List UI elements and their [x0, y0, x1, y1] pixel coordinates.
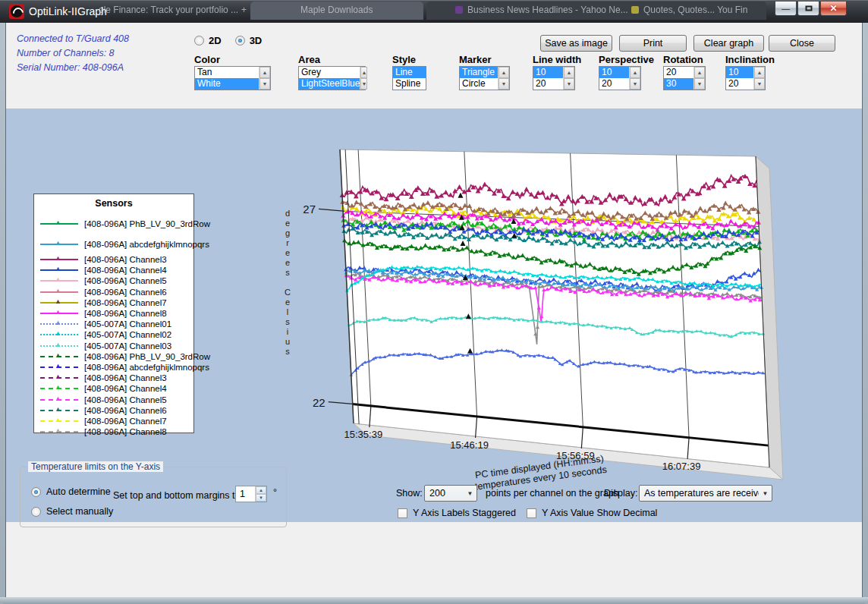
show-points-value: 200: [425, 488, 464, 499]
legend-triangle-marker-icon: ▲: [55, 239, 61, 247]
scroll-down-icon[interactable]: ▼: [360, 78, 367, 90]
maximize-button[interactable]: [797, 2, 819, 16]
legend-triangle-marker-icon: ▲: [55, 254, 61, 262]
listbox-option[interactable]: Circle: [460, 78, 498, 90]
legend-triangle-marker-icon: ▲: [55, 319, 61, 326]
x-tick-label: 15:35:39: [344, 429, 383, 440]
scroll-up-icon[interactable]: ▲: [630, 67, 640, 78]
client-area: Connected to T/Guard 408 Number of Chann…: [6, 23, 862, 597]
close-window-button[interactable]: ✕: [820, 2, 847, 16]
listbox-style[interactable]: LineSpline: [392, 66, 426, 90]
scroll-down-icon[interactable]: ▼: [498, 78, 509, 90]
control-label-perspective: Perspective: [599, 54, 654, 65]
legend-triangle-marker-icon: ▲: [55, 426, 61, 434]
window-frame-right: [862, 23, 868, 604]
listbox-line-width[interactable]: 1020▲▼: [533, 66, 575, 90]
listbox-option[interactable]: 20: [599, 78, 629, 90]
radio-auto-determine[interactable]: [31, 487, 41, 497]
application-window: OptiLink-II Graph gle Finance: Track you…: [0, 0, 868, 604]
legend-entry: ▲[408-096A] abcdefghijklmnopqrs: [34, 234, 193, 254]
radio-3d[interactable]: [235, 36, 245, 46]
listbox-option[interactable]: 10: [599, 67, 629, 78]
legend-entry: ▲[408-096A] Channel6: [34, 287, 193, 297]
app-icon: [9, 4, 24, 19]
legend-triangle-marker-icon: ▲: [55, 287, 61, 294]
listbox-option[interactable]: Line: [393, 67, 426, 78]
listbox-area[interactable]: GreyLightSteelBlue▲▼: [298, 66, 366, 90]
listbox-perspective[interactable]: 1020▲▼: [599, 66, 641, 90]
listbox-option[interactable]: 20: [726, 78, 753, 90]
legend-triangle-marker-icon: ▲: [55, 383, 61, 391]
background-browser-tab: Business News Headlines - Yahoo Ne...: [455, 5, 628, 18]
scroll-down-icon[interactable]: ▼: [564, 78, 574, 90]
legend-entry: ▲[408-096A] PhB_LV_90_3rdRow: [34, 351, 193, 362]
radio-select-manually[interactable]: [31, 507, 41, 517]
legend-triangle-marker-icon: ▲: [55, 416, 61, 423]
dimension-radio-group: 2D 3D: [194, 35, 262, 46]
tab-favicon-icon: [455, 6, 463, 14]
legend-triangle-marker-icon: ▲: [55, 373, 61, 380]
listbox-option[interactable]: White: [195, 78, 259, 90]
x-tick-label: 15:46:19: [450, 439, 489, 451]
listbox-color[interactable]: TanWhite▲▼: [194, 66, 271, 90]
scroll-down-icon[interactable]: ▼: [694, 78, 705, 90]
listbox-inclination[interactable]: 1020▲▼: [725, 66, 766, 90]
listbox-option[interactable]: 20: [664, 67, 693, 78]
legend-entry-label: [405-007A] Channel01: [84, 319, 171, 329]
legend-entry: ▲[408-096A] Channel3: [34, 373, 193, 383]
legend-triangle-marker-icon: ▲: [55, 395, 61, 402]
listbox-option[interactable]: 10: [726, 67, 753, 78]
listbox-option[interactable]: 10: [533, 67, 563, 78]
legend-entry: ▲[408-096A] PhB_LV_90_3rdRow: [34, 213, 193, 234]
legend-entry-label: [408-096A] Channel6: [84, 406, 167, 415]
connection-line: Number of Channels: 8: [17, 46, 129, 61]
checkbox-y-axis-decimal[interactable]: [527, 508, 536, 518]
listbox-option[interactable]: Triangle: [460, 67, 498, 78]
display-label: Display:: [604, 488, 637, 499]
title-bar[interactable]: OptiLink-II Graph gle Finance: Track you…: [0, 0, 868, 23]
listbox-option[interactable]: Tan: [195, 67, 259, 78]
listbox-option[interactable]: 30: [664, 78, 693, 90]
y-tick: [319, 209, 345, 211]
listbox-option[interactable]: Spline: [393, 78, 426, 90]
scroll-up-icon[interactable]: ▲: [564, 67, 574, 78]
scroll-up-icon[interactable]: ▲: [694, 67, 705, 78]
listbox-option[interactable]: LightSteelBlue: [299, 78, 360, 90]
scroll-down-icon[interactable]: ▼: [259, 78, 270, 90]
graph-panel: 15:35:3915:46:1915:56:5916:07:392722PC t…: [6, 109, 862, 522]
control-label-marker: Marker: [459, 54, 492, 65]
display-mode-value: As temperatures are received: [640, 488, 759, 499]
legend-triangle-marker-icon: ▲: [55, 275, 61, 283]
legend-entry: ▲[408-096A] Channel8: [34, 426, 193, 437]
legend-entry: ▲[408-096A] Channel7: [34, 297, 193, 308]
display-mode-dropdown[interactable]: As temperatures are received ▼: [639, 485, 772, 502]
margin-spinner[interactable]: 1 ▲▼: [235, 486, 267, 502]
y-tick-label: 27: [303, 203, 316, 215]
listbox-option[interactable]: 20: [533, 78, 563, 90]
close-button[interactable]: Close: [769, 35, 835, 52]
spinner-up-icon[interactable]: ▲: [256, 486, 266, 494]
listbox-rotation[interactable]: 2030▲▼: [663, 66, 706, 90]
show-points-dropdown[interactable]: 200 ▼: [424, 485, 477, 502]
spinner-down-icon[interactable]: ▼: [256, 494, 266, 502]
scroll-down-icon[interactable]: ▼: [754, 78, 765, 90]
legend-entry-label: [408-096A] Channel3: [84, 255, 167, 264]
scroll-up-icon[interactable]: ▲: [360, 67, 367, 78]
scroll-up-icon[interactable]: ▲: [754, 67, 765, 78]
legend-entry: ▲[405-007A] Channel03: [34, 341, 193, 351]
radio-2d[interactable]: [194, 36, 204, 46]
minimize-button[interactable]: —: [775, 2, 797, 16]
listbox-marker[interactable]: TriangleCircle▲▼: [459, 66, 510, 90]
print-button[interactable]: Print: [619, 35, 687, 52]
clear-graph-button[interactable]: Clear graph: [693, 35, 764, 52]
legend-entry: ▲[408-096A] Channel7: [34, 416, 193, 426]
background-browser-tab: gle Finance: Track your portfolio ...: [99, 5, 238, 18]
legend-entry-label: [408-096A] Channel3: [84, 373, 167, 382]
x-axis-title: PC time displayed (HH:mm:ss)temperatures…: [473, 453, 607, 492]
scroll-up-icon[interactable]: ▲: [498, 67, 509, 78]
scroll-down-icon[interactable]: ▼: [630, 78, 640, 90]
save-as-image-button[interactable]: Save as image: [540, 35, 612, 52]
listbox-option[interactable]: Grey: [299, 67, 360, 78]
scroll-up-icon[interactable]: ▲: [259, 67, 270, 78]
checkbox-y-axis-staggered[interactable]: [398, 508, 407, 518]
